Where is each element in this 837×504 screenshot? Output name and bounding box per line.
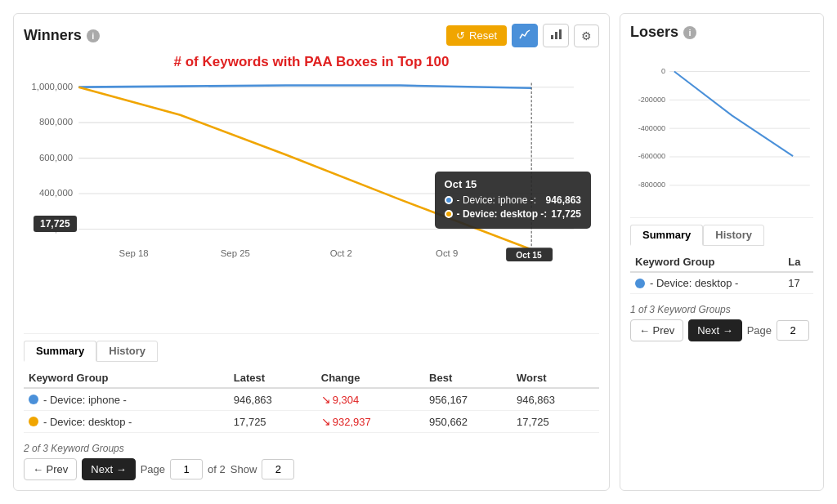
td-worst-1: 946,863 — [512, 388, 599, 411]
winners-controls: ↺ Reset — [446, 24, 599, 47]
change-arrow-1: ↘ — [321, 393, 331, 406]
losers-page-input[interactable] — [777, 320, 809, 341]
row-keyword-2: - Device: desktop - — [43, 416, 132, 428]
line-chart-button[interactable] — [512, 24, 538, 47]
losers-chart-area: 0 -200000 -400000 -600000 -800000 — [630, 47, 813, 211]
winners-chart-area: # of Keywords with PAA Boxes in Top 100 … — [24, 54, 599, 327]
change-arrow-2: ↘ — [321, 415, 331, 428]
svg-text:0: 0 — [661, 67, 665, 75]
td-worst-2: 17,725 — [512, 411, 599, 433]
svg-text:Oct 15: Oct 15 — [516, 251, 542, 260]
losers-tab-summary[interactable]: Summary — [630, 225, 703, 246]
show-label: Show — [231, 463, 257, 475]
gear-icon: ⚙ — [581, 29, 592, 42]
svg-text:800,000: 800,000 — [39, 117, 73, 127]
td-latest-2: 17,725 — [229, 411, 316, 433]
winners-chart-svg: 1,000,000 800,000 600,000 400,000 200,00… — [24, 74, 599, 261]
losers-panel: Losers i 0 -200000 -400000 -600000 -8000… — [620, 13, 824, 491]
svg-text:-600000: -600000 — [638, 153, 665, 161]
col-worst: Worst — [512, 368, 599, 388]
settings-button[interactable]: ⚙ — [574, 25, 599, 47]
losers-col-latest: La — [783, 252, 813, 272]
losers-pagination: ← Prev Next → Page — [630, 319, 813, 341]
table-row: - Device: desktop - 17,725 ↘ 932,937 950… — [24, 411, 599, 433]
winners-title-text: Winners — [24, 27, 82, 44]
winners-footer: 2 of 3 Keyword Groups ← Prev Next → Page… — [24, 443, 599, 480]
winners-tab-summary[interactable]: Summary — [24, 341, 96, 362]
row-keyword-1: - Device: iphone - — [43, 394, 127, 406]
svg-text:400,000: 400,000 — [39, 188, 73, 198]
losers-col-keyword-group: Keyword Group — [630, 252, 783, 272]
losers-td-latest: 17 — [783, 272, 813, 294]
svg-rect-0 — [551, 35, 553, 39]
losers-table: Keyword Group La - Device: desktop - 17 — [630, 252, 813, 294]
losers-keyword-groups-label: 1 of 3 Keyword Groups — [630, 304, 813, 315]
svg-rect-1 — [555, 32, 557, 39]
row-dot-blue-1 — [29, 395, 38, 404]
td-change-1: ↘ 9,304 — [316, 388, 424, 411]
losers-title: Losers i — [630, 24, 696, 41]
losers-footer: 1 of 3 Keyword Groups ← Prev Next → Page — [630, 304, 813, 341]
losers-header: Losers i — [630, 24, 813, 41]
losers-summary-section: Summary History Keyword Group La — [630, 217, 813, 294]
keyword-groups-label: 2 of 3 Keyword Groups — [24, 443, 599, 454]
svg-text:-200000: -200000 — [638, 96, 665, 104]
col-best: Best — [424, 368, 512, 388]
winners-tabs: Summary History — [24, 341, 599, 362]
svg-text:Sep 18: Sep 18 — [119, 248, 149, 258]
losers-table-header: Keyword Group La — [630, 252, 813, 272]
td-best-1: 956,167 — [424, 388, 512, 411]
callout-17725: 17,725 — [34, 216, 77, 232]
reset-label: Reset — [469, 29, 497, 42]
svg-text:600,000: 600,000 — [39, 153, 73, 163]
change-val-2: 932,937 — [333, 416, 371, 428]
td-keyword-group-2: - Device: desktop - — [24, 411, 229, 433]
reset-button[interactable]: ↺ Reset — [446, 25, 507, 46]
td-change-2: ↘ 932,937 — [316, 411, 424, 433]
losers-title-text: Losers — [630, 24, 678, 41]
losers-tab-history[interactable]: History — [703, 225, 764, 246]
svg-rect-2 — [559, 29, 562, 39]
losers-td-keyword-group: - Device: desktop - — [630, 272, 783, 294]
losers-prev-button[interactable]: ← Prev — [630, 319, 683, 341]
winners-table: Keyword Group Latest Change Best Worst -… — [24, 368, 599, 433]
page-label: Page — [141, 463, 165, 475]
chart-container: 1,000,000 800,000 600,000 400,000 200,00… — [24, 74, 599, 261]
winners-title: Winners i — [24, 27, 100, 44]
table-row: - Device: iphone - 946,863 ↘ 9,304 956,1… — [24, 388, 599, 411]
show-input[interactable] — [262, 459, 294, 479]
table-row: - Device: desktop - 17 — [630, 272, 813, 294]
svg-text:1,000,000: 1,000,000 — [31, 82, 73, 91]
svg-text:-400000: -400000 — [638, 124, 665, 132]
losers-info-icon[interactable]: i — [683, 26, 696, 39]
change-val-1: 9,304 — [333, 394, 360, 406]
td-keyword-group-1: - Device: iphone - — [24, 388, 229, 411]
td-best-2: 950,662 — [424, 411, 512, 433]
bar-chart-button[interactable] — [543, 24, 569, 47]
line-chart-icon — [519, 29, 530, 42]
svg-text:Oct 2: Oct 2 — [330, 248, 352, 258]
next-button[interactable]: Next → — [82, 458, 135, 480]
svg-text:-800000: -800000 — [638, 181, 665, 189]
winners-panel: Winners i ↺ Reset — [13, 13, 610, 491]
losers-page-label: Page — [747, 324, 772, 337]
winners-pagination: ← Prev Next → Page of 2 Show — [24, 458, 599, 480]
winners-tab-history[interactable]: History — [96, 341, 158, 362]
losers-next-button[interactable]: Next → — [688, 319, 741, 341]
losers-row-keyword: - Device: desktop - — [650, 277, 738, 289]
page-input[interactable] — [170, 459, 203, 479]
col-keyword-group: Keyword Group — [24, 368, 229, 388]
reset-icon: ↺ — [456, 29, 465, 42]
prev-button[interactable]: ← Prev — [24, 458, 77, 480]
row-dot-orange-2 — [29, 417, 38, 426]
winners-summary-section: Summary History Keyword Group Latest Cha… — [24, 333, 599, 433]
col-change: Change — [316, 368, 424, 388]
of-label: of 2 — [208, 463, 226, 475]
winners-info-icon[interactable]: i — [87, 29, 100, 42]
chart-title: # of Keywords with PAA Boxes in Top 100 — [24, 54, 599, 70]
td-latest-1: 946,863 — [229, 388, 316, 411]
svg-text:Oct 9: Oct 9 — [436, 248, 458, 258]
winners-header: Winners i ↺ Reset — [24, 24, 599, 47]
losers-tabs: Summary History — [630, 225, 813, 246]
losers-chart-svg: 0 -200000 -400000 -600000 -800000 — [630, 47, 813, 211]
